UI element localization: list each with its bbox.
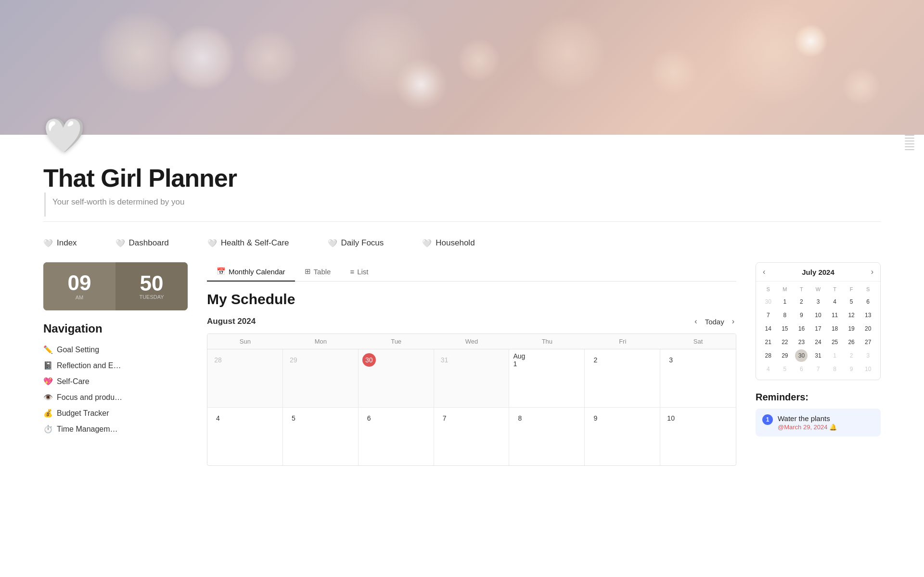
cal-date-aug1: Aug 1: [513, 353, 526, 367]
mini-date-8-next[interactable]: 8: [829, 363, 841, 375]
calendar-row-2: 4 5 6 7 8: [207, 408, 736, 465]
mini-date-30-selected[interactable]: 30: [795, 349, 808, 362]
cal-cell-8[interactable]: 8: [509, 408, 585, 465]
cal-cell-29[interactable]: 29: [283, 349, 359, 407]
mini-date-11[interactable]: 11: [829, 309, 841, 321]
cal-cell-10[interactable]: 10: [660, 408, 736, 465]
mini-date-4-next[interactable]: 4: [762, 363, 774, 375]
cal-cell-6[interactable]: 6: [359, 408, 434, 465]
mini-dh-s1: S: [760, 285, 777, 293]
mini-date-2[interactable]: 2: [795, 295, 808, 308]
cal-date-29: 29: [287, 353, 300, 367]
nav-dashboard[interactable]: 🤍 Dashboard: [116, 238, 169, 248]
calendar-prev-btn[interactable]: ‹: [693, 315, 699, 328]
mini-date-10-next[interactable]: 10: [862, 363, 874, 375]
nav-item-reflection[interactable]: 📓 Reflection and E…: [43, 359, 188, 372]
mini-date-3-next[interactable]: 3: [862, 349, 874, 362]
mini-date-2-next[interactable]: 2: [845, 349, 858, 362]
cal-cell-3[interactable]: 3: [660, 349, 736, 407]
list-tab-icon: ≡: [350, 268, 354, 276]
cal-cell-9[interactable]: 9: [585, 408, 660, 465]
mini-date-22[interactable]: 22: [779, 336, 791, 348]
reminder-date-1: @March 29, 2024 🔔: [778, 423, 837, 431]
day-header-tue: Tue: [359, 334, 434, 349]
mini-date-15[interactable]: 15: [779, 322, 791, 335]
scroll-line-1: [905, 135, 914, 136]
mini-date-1-next[interactable]: 1: [829, 349, 841, 362]
nav-household[interactable]: 🤍 Household: [422, 238, 475, 248]
mini-date-23[interactable]: 23: [795, 336, 808, 348]
mini-cal-prev-btn[interactable]: ‹: [763, 268, 765, 276]
scroll-line-4: [905, 143, 914, 144]
page-heart-icon: 🤍: [43, 115, 85, 155]
nav-item-focus[interactable]: 👁️ Focus and produ…: [43, 391, 188, 404]
mini-date-17[interactable]: 17: [812, 322, 824, 335]
nav-item-time[interactable]: ⏱️ Time Managem…: [43, 423, 188, 436]
nav-index[interactable]: 🤍 Index: [43, 238, 77, 248]
cal-cell-28[interactable]: 28: [207, 349, 283, 407]
cal-date-28: 28: [211, 353, 225, 367]
mini-date-31[interactable]: 31: [812, 349, 824, 362]
mini-date-9-next[interactable]: 9: [845, 363, 858, 375]
cal-cell-4[interactable]: 4: [207, 408, 283, 465]
mini-calendar: ‹ July 2024 › S M T W T F S: [756, 262, 881, 380]
cal-cell-30-today[interactable]: 30: [359, 349, 434, 407]
calendar-next-btn[interactable]: ›: [730, 315, 736, 328]
cal-cell-5[interactable]: 5: [283, 408, 359, 465]
mini-date-25[interactable]: 25: [829, 336, 841, 348]
calendar-nav: ‹ Today ›: [693, 315, 736, 328]
nav-section-title: Navigation: [43, 322, 188, 335]
calendar-today-btn[interactable]: Today: [705, 318, 724, 326]
mini-date-5[interactable]: 5: [845, 295, 858, 308]
mini-week-3: 14 15 16 17 18 19 20: [760, 322, 876, 335]
mini-date-20[interactable]: 20: [862, 322, 874, 335]
mini-date-1[interactable]: 1: [779, 295, 791, 308]
mini-date-6-next[interactable]: 6: [795, 363, 808, 375]
cal-date-8: 8: [513, 411, 526, 425]
nav-item-goal-setting[interactable]: ✏️ Goal Setting: [43, 343, 188, 356]
tab-table[interactable]: ⊞ Table: [295, 262, 341, 282]
tab-monthly-calendar[interactable]: 📅 Monthly Calendar: [207, 262, 295, 282]
mini-date-26[interactable]: 26: [845, 336, 858, 348]
clock-min-panel: 50 TUESDAY: [116, 262, 188, 310]
mini-date-18[interactable]: 18: [829, 322, 841, 335]
mini-date-5-next[interactable]: 5: [779, 363, 791, 375]
mini-date-16[interactable]: 16: [795, 322, 808, 335]
calendar-row-1: 28 29 30 31 Aug 1: [207, 349, 736, 408]
cal-cell-7[interactable]: 7: [434, 408, 510, 465]
calendar-grid: Sun Mon Tue Wed Thu Fri Sat 28 29: [207, 333, 736, 466]
left-sidebar: 09 AM 50 TUESDAY Navigation ✏️ Goal Sett…: [43, 262, 188, 466]
center-area: 📅 Monthly Calendar ⊞ Table ≡ List My Sch…: [207, 262, 736, 466]
mini-date-30-prev[interactable]: 30: [762, 295, 774, 308]
mini-date-10[interactable]: 10: [812, 309, 824, 321]
cal-cell-31[interactable]: 31: [434, 349, 510, 407]
nav-health[interactable]: 🤍 Health & Self-Care: [207, 238, 289, 248]
mini-date-4[interactable]: 4: [829, 295, 841, 308]
clock-hour-display: 09: [68, 272, 91, 294]
mini-date-21[interactable]: 21: [762, 336, 774, 348]
nav-item-self-care[interactable]: 💖 Self-Care: [43, 375, 188, 388]
mini-date-19[interactable]: 19: [845, 322, 858, 335]
mini-date-9[interactable]: 9: [795, 309, 808, 321]
cal-cell-aug1[interactable]: Aug 1: [509, 349, 585, 407]
mini-date-29[interactable]: 29: [779, 349, 791, 362]
nav-item-budget[interactable]: 💰 Budget Tracker: [43, 407, 188, 420]
mini-date-24[interactable]: 24: [812, 336, 824, 348]
mini-date-7-next[interactable]: 7: [812, 363, 824, 375]
mini-date-13[interactable]: 13: [862, 309, 874, 321]
mini-date-14[interactable]: 14: [762, 322, 774, 335]
nav-daily-focus[interactable]: 🤍 Daily Focus: [328, 238, 384, 248]
mini-date-8[interactable]: 8: [779, 309, 791, 321]
mini-cal-next-btn[interactable]: ›: [871, 268, 873, 276]
cal-cell-2[interactable]: 2: [585, 349, 660, 407]
cal-date-9: 9: [589, 411, 602, 425]
table-tab-icon: ⊞: [305, 267, 311, 276]
mini-date-6[interactable]: 6: [862, 295, 874, 308]
mini-date-7[interactable]: 7: [762, 309, 774, 321]
mini-date-12[interactable]: 12: [845, 309, 858, 321]
mini-date-27[interactable]: 27: [862, 336, 874, 348]
tab-list[interactable]: ≡ List: [340, 262, 378, 282]
mini-date-3[interactable]: 3: [812, 295, 824, 308]
mini-date-28[interactable]: 28: [762, 349, 774, 362]
day-header-thu: Thu: [509, 334, 585, 349]
